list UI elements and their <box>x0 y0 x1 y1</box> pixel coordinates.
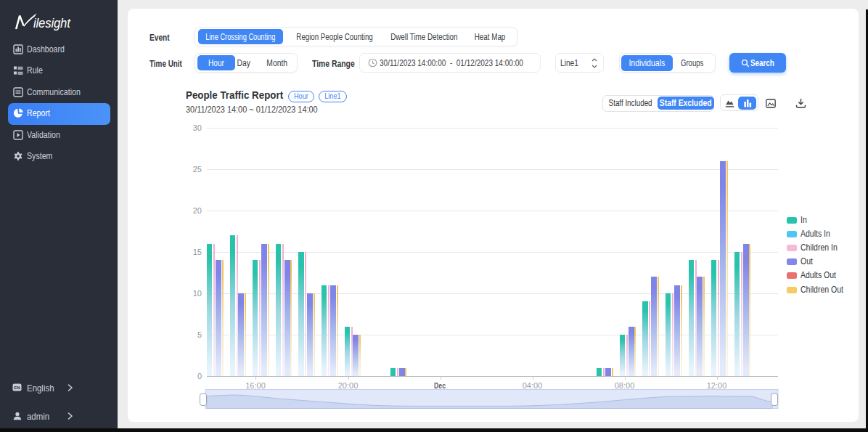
svg-text:EN: EN <box>14 386 20 390</box>
